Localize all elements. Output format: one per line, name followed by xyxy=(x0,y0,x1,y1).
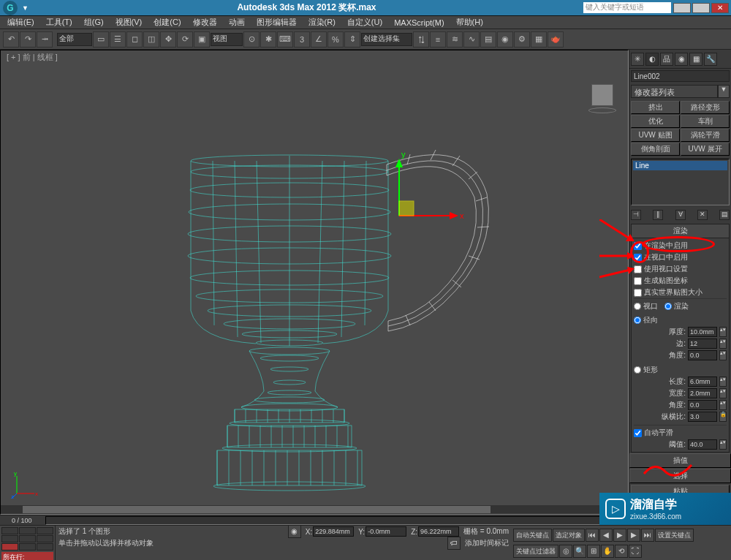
spinner-icon[interactable]: ▴▾ xyxy=(719,350,727,360)
coord-z-input[interactable] xyxy=(418,526,459,537)
chk-render-enable[interactable] xyxy=(634,242,642,250)
remove-mod-icon[interactable]: ✕ xyxy=(697,210,708,220)
add-time-tag[interactable]: 添加时间标记 xyxy=(465,538,509,548)
menu-views[interactable]: 视图(V) xyxy=(111,17,147,28)
layer-button[interactable]: ≋ xyxy=(447,31,463,48)
viewport[interactable]: y x y x z xyxy=(1,62,628,505)
mirror-button[interactable]: ⮁ xyxy=(413,31,429,48)
rad-radial[interactable] xyxy=(634,317,641,324)
close-button[interactable]: ✕ xyxy=(711,3,729,13)
snap-percent-button[interactable]: % xyxy=(327,31,344,48)
menu-edit[interactable]: 编辑(E) xyxy=(3,17,39,28)
tab-hierarchy-icon[interactable]: 品 xyxy=(660,53,673,66)
redo-button[interactable]: ↷ xyxy=(20,31,36,48)
mod-turbosmooth-button[interactable]: 涡轮平滑 xyxy=(681,129,730,142)
coord-y-input[interactable] xyxy=(366,526,406,537)
restore-button[interactable]: ▭ xyxy=(692,3,710,13)
set-key-button[interactable]: 设置关键点 xyxy=(655,529,694,542)
length-input[interactable] xyxy=(688,377,717,387)
render-production-button[interactable]: 🫖 xyxy=(548,31,564,48)
auto-key-button[interactable]: 自动关键点 xyxy=(513,529,552,542)
chk-gen-mapping[interactable] xyxy=(634,277,642,285)
ref-coord[interactable]: 视图 xyxy=(211,33,243,46)
align-button[interactable]: ≡ xyxy=(430,31,446,48)
tab-motion-icon[interactable]: ◉ xyxy=(675,53,688,66)
help-search-input[interactable]: 键入关键字或短语 xyxy=(583,2,671,13)
goto-start-button[interactable]: ⏮ xyxy=(586,529,599,542)
sel-target[interactable]: 选定对象 xyxy=(553,529,585,542)
tab-utilities-icon[interactable]: 🔧 xyxy=(704,53,717,66)
play-button[interactable]: ▶ xyxy=(613,529,626,542)
material-editor-button[interactable]: ◉ xyxy=(497,31,513,48)
named-selection-set[interactable]: 创建选择集 xyxy=(361,33,412,46)
mod-lathe-button[interactable]: 车削 xyxy=(681,115,730,128)
modifier-stack[interactable]: Line xyxy=(631,159,730,205)
angle2-input[interactable] xyxy=(688,400,717,410)
zoom-all-button[interactable]: ⊞ xyxy=(587,545,600,558)
modifier-list-dropdown[interactable]: 修改器列表 xyxy=(631,85,718,98)
snap-angle-button[interactable]: ∠ xyxy=(311,31,327,48)
lock-selection-button[interactable]: ◉ xyxy=(288,525,301,538)
pan-button[interactable]: ✋ xyxy=(601,545,614,558)
threshold-input[interactable] xyxy=(688,439,717,450)
app-menu-chevron-icon[interactable]: ▼ xyxy=(20,4,30,12)
rad-rect[interactable] xyxy=(634,366,641,374)
pivot-button[interactable]: ⊙ xyxy=(243,31,260,48)
select-button[interactable]: ▭ xyxy=(93,31,109,48)
orbit-button[interactable]: ⟲ xyxy=(615,545,628,558)
rad-viewport[interactable] xyxy=(634,303,641,310)
viewport-nav-grid[interactable]: 所在行: xyxy=(0,526,56,560)
stack-item-line[interactable]: Line xyxy=(633,161,727,170)
object-name-input[interactable] xyxy=(631,70,730,82)
mod-pathdeform-button[interactable]: 路径变形 xyxy=(681,101,730,114)
render-setup-button[interactable]: ⚙ xyxy=(514,31,530,48)
mod-extrude-button[interactable]: 挤出 xyxy=(631,101,680,114)
menu-help[interactable]: 帮助(H) xyxy=(452,17,488,28)
viewport-scrollbar-h[interactable] xyxy=(1,505,628,514)
tab-modify-icon[interactable]: ◐ xyxy=(645,53,659,66)
snap-3d-button[interactable]: 3 xyxy=(294,31,310,48)
menu-graph[interactable]: 图形编辑器 xyxy=(252,17,301,28)
rotate-button[interactable]: ⟳ xyxy=(177,31,193,48)
chk-viewport-enable[interactable] xyxy=(634,254,642,262)
curve-editor-button[interactable]: ∿ xyxy=(463,31,480,48)
spinner-icon[interactable]: ▴▾ xyxy=(719,439,727,450)
region-rect-button[interactable]: ◻ xyxy=(126,31,143,48)
minimize-button[interactable]: — xyxy=(673,3,691,13)
menu-create[interactable]: 创建(C) xyxy=(149,17,185,28)
menu-customize[interactable]: 自定义(U) xyxy=(343,17,387,28)
maximize-vp-button[interactable]: ⛶ xyxy=(629,545,642,558)
chk-autosmooth[interactable] xyxy=(634,429,642,437)
prev-frame-button[interactable]: ◀ xyxy=(599,529,613,542)
time-tag-icon[interactable]: 🏷 xyxy=(447,537,461,550)
menu-modifiers[interactable]: 修改器 xyxy=(189,17,221,28)
tab-display-icon[interactable]: ▦ xyxy=(689,53,702,66)
schematic-button[interactable]: ▤ xyxy=(480,31,496,48)
menu-group[interactable]: 组(G) xyxy=(80,17,108,28)
scale-button[interactable]: ▣ xyxy=(194,31,210,48)
rad-render[interactable] xyxy=(664,303,672,310)
menu-render[interactable]: 渲染(R) xyxy=(304,17,340,28)
aspect-input[interactable] xyxy=(688,412,717,422)
spinner-icon[interactable]: ▴▾ xyxy=(719,338,727,349)
show-end-icon[interactable]: ∥ xyxy=(653,210,663,220)
window-crossing-button[interactable]: ◫ xyxy=(143,31,159,48)
zoom-button[interactable]: 🔍 xyxy=(573,545,586,558)
pin-stack-icon[interactable]: ⊣ xyxy=(631,210,641,220)
app-logo[interactable]: G xyxy=(3,1,18,15)
spinner-snap-button[interactable]: ⇕ xyxy=(344,31,360,48)
undo-button[interactable]: ↶ xyxy=(3,31,19,48)
lock-icon[interactable]: 🔒 xyxy=(719,412,727,422)
keyboard-shortcut-button[interactable]: ⌨ xyxy=(277,31,293,48)
menu-tools[interactable]: 工具(T) xyxy=(42,17,77,28)
selection-filter[interactable]: 全部 xyxy=(57,33,92,46)
angle-input[interactable] xyxy=(688,350,717,360)
isolate-button[interactable]: ◎ xyxy=(559,545,572,558)
menu-animation[interactable]: 动画 xyxy=(224,17,249,28)
key-filter-button[interactable]: 关键点过滤器 xyxy=(513,545,558,558)
spinner-icon[interactable]: ▴▾ xyxy=(719,400,727,410)
goto-end-button[interactable]: ⏭ xyxy=(641,529,654,542)
rollout-interpolation-header[interactable]: 插值 xyxy=(629,453,731,468)
viewport-label[interactable]: [ + ] 前 | 线框 ] xyxy=(1,50,628,62)
rollout-selection-header[interactable]: 选择 xyxy=(629,469,731,483)
